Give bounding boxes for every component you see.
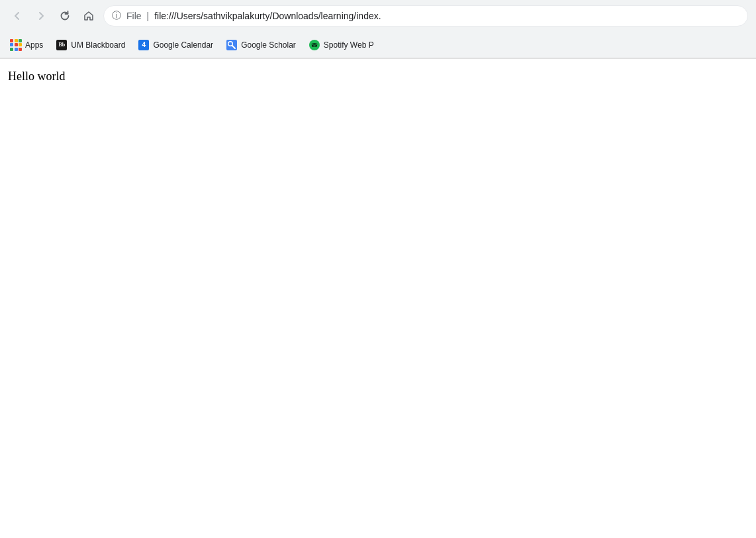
bookmark-um-blackboard[interactable]: Bb UM Blackboard	[51, 36, 130, 54]
url-text: file:///Users/sathvikpalakurty/Downloads…	[154, 11, 381, 21]
address-separator: |	[147, 11, 150, 21]
back-button[interactable]	[8, 7, 26, 25]
bookmark-google-calendar[interactable]: 4 Google Calendar	[133, 36, 218, 54]
address-bar[interactable]: ⓘ File | file:///Users/sathvikpalakurty/…	[103, 5, 748, 27]
apps-icon	[11, 40, 21, 50]
browser-chrome: ⓘ File | file:///Users/sathvikpalakurty/…	[0, 0, 756, 59]
bookmark-apps-label: Apps	[25, 40, 43, 50]
forward-button[interactable]	[32, 7, 50, 25]
bookmark-spotify-label: Spotify Web P	[324, 40, 374, 50]
scholar-icon	[226, 40, 237, 50]
bookmark-spotify[interactable]: Spotify Web P	[304, 36, 379, 54]
svg-line-2	[232, 46, 235, 48]
bookmark-apps[interactable]: Apps	[5, 36, 48, 54]
spotify-icon	[309, 40, 320, 50]
page-content: Hello world	[0, 59, 756, 523]
svg-point-1	[229, 42, 232, 45]
bookmark-google-scholar[interactable]: Google Scholar	[221, 36, 301, 54]
hello-world-text: Hello world	[8, 70, 748, 83]
blackboard-icon: Bb	[56, 40, 67, 50]
bookmark-blackboard-label: UM Blackboard	[71, 40, 125, 50]
info-icon: ⓘ	[112, 10, 121, 22]
bookmark-calendar-label: Google Calendar	[153, 40, 213, 50]
home-button[interactable]	[79, 7, 98, 25]
file-label: File	[126, 11, 142, 21]
bookmark-scholar-label: Google Scholar	[241, 40, 296, 50]
nav-bar: ⓘ File | file:///Users/sathvikpalakurty/…	[0, 0, 756, 32]
reload-button[interactable]	[56, 7, 74, 25]
bookmarks-bar: Apps Bb UM Blackboard 4 Google Calendar	[0, 32, 756, 58]
calendar-icon: 4	[138, 40, 149, 50]
